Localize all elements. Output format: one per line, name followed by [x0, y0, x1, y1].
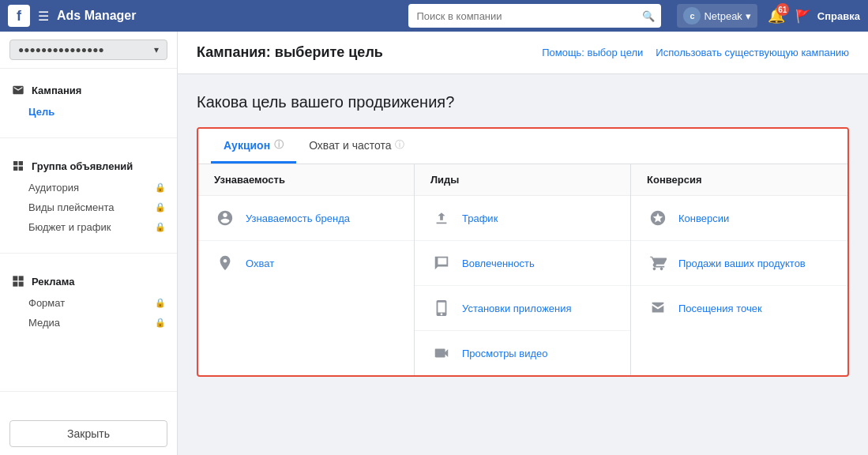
sidebar-item-format[interactable]: Формат 🔒 [0, 293, 177, 313]
chevron-down-icon: ▾ [746, 10, 751, 22]
page-content: Какова цель вашего продвижения? Аукцион … [178, 74, 868, 396]
column-header-conversions: Конверсия [631, 164, 847, 196]
navbar: f ☰ Ads Manager 🔍 c Netpeak ▾ 🔔 61 🚩 Спр… [0, 0, 868, 32]
option-label: Продажи ваших продуктов [678, 258, 806, 269]
help-link[interactable]: Помощь: выбор цели [542, 47, 643, 58]
sidebar-kampaniya-label: Кампания [32, 85, 81, 96]
notifications-button[interactable]: 🔔 61 [764, 3, 789, 28]
lock-icon: 🔒 [155, 182, 166, 193]
engagement-icon [430, 252, 453, 274]
option-label: Охват [246, 258, 274, 269]
option-product-sales[interactable]: Продажи ваших продуктов [631, 241, 847, 286]
close-button[interactable]: Закрыть [9, 420, 167, 447]
option-conversions[interactable]: Конверсии [631, 196, 847, 241]
sidebar-item-budget[interactable]: Бюджет и график 🔒 [0, 217, 177, 237]
column-leads: Лиды Трафик Вовлеченность [415, 164, 631, 375]
column-awareness: Узнаваемость Узнаваемость бренда Охват [198, 164, 415, 375]
user-avatar: c [683, 7, 701, 24]
info-icon: ⓘ [274, 138, 284, 152]
lock-icon: 🔒 [155, 202, 166, 212]
page-title: Кампания: выберите цель [197, 44, 383, 61]
option-store-visits[interactable]: Посещения точек [631, 286, 847, 330]
sidebar-account: ●●●●●●●●●●●●●●● ▾ [0, 32, 177, 69]
navbar-search: 🔍 [408, 4, 661, 28]
sidebar-item-label: Медиа [28, 317, 60, 329]
column-conversions: Конверсия Конверсии Продажи ваших проду [631, 164, 847, 375]
flag-icon[interactable]: 🚩 [795, 9, 811, 24]
reach-icon [214, 252, 236, 274]
goal-tabs: Аукцион ⓘ Охват и частота ⓘ [198, 129, 847, 164]
page-header: Кампания: выберите цель Помощь: выбор це… [178, 32, 868, 74]
option-label: Вовлеченность [462, 258, 535, 269]
sidebar-item-label: Аудитория [28, 182, 79, 194]
lock-icon: 🔒 [155, 298, 166, 308]
use-existing-link[interactable]: Использовать существующую кампанию [656, 47, 849, 58]
brand-awareness-icon [214, 207, 236, 229]
user-name: Netpeak [704, 10, 742, 22]
sidebar-item-media[interactable]: Медиа 🔒 [0, 313, 177, 333]
option-brand-awareness[interactable]: Узнаваемость бренда [198, 196, 414, 241]
sidebar-section-kampaniya: Кампания Цель [0, 69, 177, 131]
option-video-views[interactable]: Просмотры видео [415, 331, 630, 375]
ad-icon [11, 274, 25, 288]
option-label: Установки приложения [462, 303, 572, 314]
video-views-icon [430, 342, 453, 364]
tab-label: Охват и частота [309, 139, 391, 152]
sidebar-section-header-gruppa: Группа объявлений [0, 154, 177, 178]
layout: ●●●●●●●●●●●●●●● ▾ Кампания Цель [0, 32, 868, 455]
svg-rect-3 [19, 282, 24, 287]
option-reach[interactable]: Охват [198, 241, 414, 285]
tab-reach-frequency[interactable]: Охват и частота ⓘ [296, 129, 417, 164]
store-visits-icon [647, 297, 669, 319]
option-traffic[interactable]: Трафик [415, 196, 630, 241]
account-selector-button[interactable]: ●●●●●●●●●●●●●●● ▾ [9, 39, 167, 60]
search-icon: 🔍 [642, 10, 655, 22]
envelope-icon [11, 83, 25, 97]
account-selector-text: ●●●●●●●●●●●●●●● [18, 44, 104, 55]
option-app-install[interactable]: Установки приложения [415, 286, 630, 331]
page-subtitle: Какова цель вашего продвижения? [197, 93, 849, 111]
option-label: Посещения точек [678, 303, 762, 314]
tab-label: Аукцион [224, 139, 270, 152]
sidebar-item-label: Бюджет и график [28, 221, 111, 233]
option-label: Конверсии [678, 212, 729, 224]
tab-auction[interactable]: Аукцион ⓘ [211, 129, 296, 164]
divider-2 [0, 253, 177, 254]
option-label: Трафик [462, 212, 498, 224]
app-install-icon [430, 297, 453, 319]
sidebar-reklama-label: Реклама [32, 276, 74, 288]
chevron-down-icon: ▾ [154, 44, 159, 55]
sidebar: ●●●●●●●●●●●●●●● ▾ Кампания Цель [0, 32, 178, 455]
help-link[interactable]: Справка [817, 10, 860, 22]
lock-icon: 🔒 [155, 318, 166, 328]
fb-logo: f [8, 5, 30, 27]
option-label: Просмотры видео [462, 348, 548, 359]
column-header-leads: Лиды [415, 164, 630, 196]
column-header-awareness: Узнаваемость [198, 164, 414, 196]
svg-rect-1 [19, 276, 24, 280]
option-engagement[interactable]: Вовлеченность [415, 241, 630, 286]
menu-icon[interactable]: ☰ [38, 9, 49, 24]
page-header-links: Помощь: выбор цели Использовать существу… [542, 47, 849, 58]
sidebar-gruppa-label: Группа объявлений [32, 160, 133, 172]
svg-rect-2 [13, 282, 17, 287]
sidebar-item-label: Цель [28, 106, 54, 118]
main-content: Кампания: выберите цель Помощь: выбор це… [178, 32, 868, 455]
sidebar-item-placement[interactable]: Виды плейсмента 🔒 [0, 197, 177, 217]
svg-rect-0 [13, 276, 17, 280]
product-sales-icon [647, 252, 669, 274]
navbar-title: Ads Manager [57, 9, 136, 23]
divider-1 [0, 137, 177, 138]
sidebar-section-gruppa: Группа объявлений Аудитория 🔒 Виды плейс… [0, 145, 177, 246]
sidebar-item-label: Формат [28, 297, 65, 309]
user-menu-button[interactable]: c Netpeak ▾ [677, 4, 757, 28]
goal-box: Аукцион ⓘ Охват и частота ⓘ Узнаваемость [197, 127, 849, 377]
sidebar-item-auditoriya[interactable]: Аудитория 🔒 [0, 178, 177, 197]
notifications-badge: 61 [776, 3, 789, 16]
sidebar-item-tsel[interactable]: Цель [0, 102, 177, 122]
sidebar-item-label: Виды плейсмента [28, 201, 114, 213]
search-input[interactable] [408, 4, 661, 28]
conversions-icon [647, 207, 669, 229]
option-label: Узнаваемость бренда [246, 212, 350, 224]
sidebar-section-header-reklama: Реклама [0, 269, 177, 293]
